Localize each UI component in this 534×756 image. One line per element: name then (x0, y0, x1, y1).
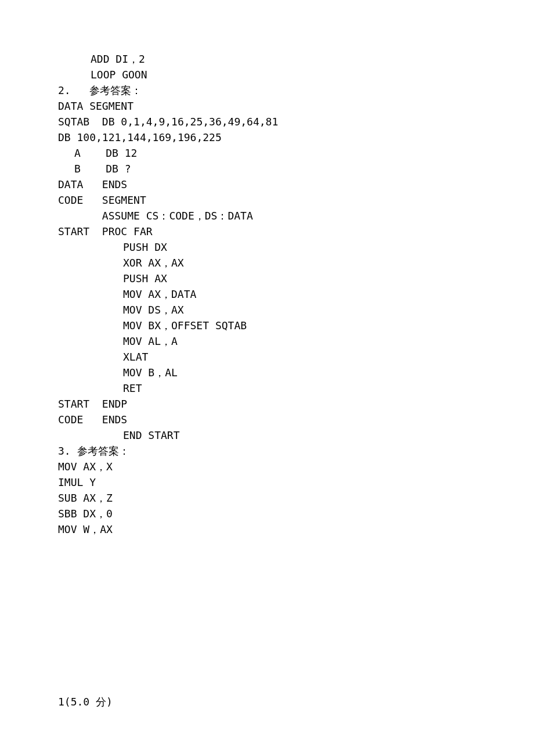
code-line: PUSH DX (58, 239, 476, 255)
code-line: A DB 12 (58, 145, 476, 161)
code-line: IMUL Y (58, 474, 476, 490)
code-line: MOV DS，AX (58, 302, 476, 318)
code-line: 3. 参考答案： (58, 443, 476, 459)
code-line: XOR AX，AX (58, 255, 476, 271)
code-line: ASSUME CS：CODE，DS：DATA (58, 208, 476, 224)
code-line: START ENDP (58, 396, 476, 412)
code-line: MOV B，AL (58, 365, 476, 380)
code-line: END START (58, 427, 476, 443)
code-line: DATA ENDS (58, 177, 476, 192)
code-line: CODE SEGMENT (58, 192, 476, 208)
code-line: XLAT (58, 349, 476, 365)
code-line: SQTAB DB 0,1,4,9,16,25,36,49,64,81 (58, 114, 476, 129)
code-line: RET (58, 380, 476, 396)
code-line: CODE ENDS (58, 412, 476, 427)
code-line: 2. 参考答案： (58, 82, 476, 98)
code-line: START PROC FAR (58, 224, 476, 239)
code-line: B DB ? (58, 161, 476, 177)
code-line: MOV W，AX (58, 521, 476, 537)
code-line: SBB DX，0 (58, 506, 476, 521)
code-line: PUSH AX (58, 271, 476, 286)
code-line: DATA SEGMENT (58, 98, 476, 114)
code-block: ADD DI，2LOOP GOON2. 参考答案：DATA SEGMENTSQT… (58, 51, 476, 537)
blank-space (58, 537, 476, 694)
code-line: MOV BX，OFFSET SQTAB (58, 318, 476, 333)
code-line: MOV AL，A (58, 333, 476, 349)
code-line: MOV AX，DATA (58, 286, 476, 302)
code-line: LOOP GOON (58, 67, 476, 82)
code-line: SUB AX，Z (58, 490, 476, 506)
footer-text: 1(5.0 分) (58, 694, 476, 710)
code-line: DB 100,121,144,169,196,225 (58, 129, 476, 145)
code-line: MOV AX，X (58, 459, 476, 474)
code-line: ADD DI，2 (58, 51, 476, 67)
